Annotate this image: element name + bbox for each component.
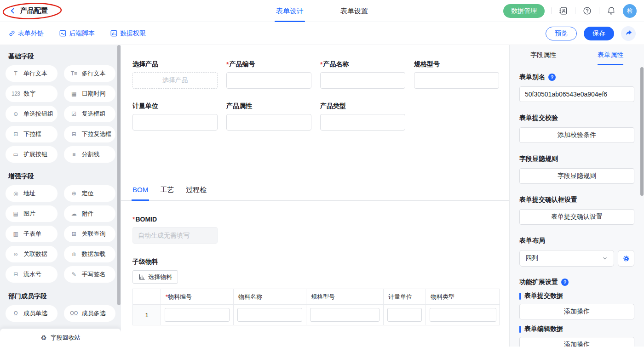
recycle-icon: ♻	[40, 334, 46, 341]
field-type-item[interactable]: ▤ 图片	[6, 205, 58, 222]
user-avatar[interactable]: 检	[623, 4, 637, 18]
field-recycle-bin[interactable]: ♻ 字段回收站	[0, 329, 121, 347]
subform-tab[interactable]: 过程检	[186, 186, 207, 200]
field-type-label: 下拉复选框	[82, 130, 112, 138]
help-badge-icon[interactable]: ?	[561, 279, 569, 286]
data-manage-button[interactable]: 数据管理	[503, 4, 545, 18]
field-type-icon: T≡	[70, 70, 78, 77]
field-type-item[interactable]: ⊡ 下拉框	[6, 126, 58, 142]
field-type-label: 成员多选	[82, 309, 106, 318]
field-label: 选择产品	[132, 60, 158, 68]
select-material-button[interactable]: 选择物料	[132, 270, 178, 284]
field-type-icon: ⊡	[12, 131, 20, 137]
column-header-cell: 计量单位	[383, 289, 426, 305]
field-input[interactable]	[320, 72, 405, 89]
layout-select[interactable]: 四列	[519, 250, 614, 267]
field-input[interactable]	[226, 72, 311, 89]
field-type-item[interactable]: ΩΩ 成员多选	[64, 305, 116, 322]
field-type-item[interactable]: Ω 成员单选	[6, 305, 58, 322]
field-type-item[interactable]: ∞ 关联数据	[6, 246, 58, 262]
notification-bell-icon[interactable]	[606, 6, 616, 16]
subform-tab[interactable]: BOM	[132, 186, 148, 200]
field-input[interactable]	[320, 114, 405, 131]
field-input[interactable]	[414, 72, 499, 89]
add-action-button[interactable]: 添加操作	[519, 337, 634, 347]
field-input[interactable]	[226, 114, 311, 131]
help-badge-icon[interactable]: ?	[548, 74, 556, 81]
form-alias-label: 表单别名 ?	[519, 73, 634, 81]
cell-input[interactable]	[237, 308, 302, 322]
back-button[interactable]: 产品配置	[9, 6, 48, 15]
save-button[interactable]: 保存	[584, 27, 614, 40]
field-type-icon: ⊟	[12, 271, 20, 278]
field-type-item[interactable]: T≡ 多行文本	[64, 65, 116, 82]
panel-tab[interactable]: 字段属性	[510, 45, 577, 65]
form-field[interactable]: 产品类型	[320, 102, 405, 131]
field-library-sidebar: 基础字段 T 单行文本 T≡ 多行文本	[0, 45, 121, 347]
layout-select-value: 四列	[525, 254, 538, 262]
panel-section-button[interactable]: 字段显隐规则	[519, 168, 634, 184]
field-type-item[interactable]: T 单行文本	[6, 65, 58, 82]
header-tab[interactable]: 表单设置	[340, 0, 368, 22]
field-type-item[interactable]: ▦ 日期时间	[64, 85, 116, 102]
form-alias-input[interactable]	[519, 86, 634, 102]
cell-input[interactable]	[165, 308, 230, 322]
column-header-cell: 物料名称	[233, 289, 306, 305]
field-type-label: 图片	[23, 210, 35, 218]
product-picker-box[interactable]: 选择产品	[132, 72, 218, 89]
subform-tab[interactable]: 工艺	[160, 186, 174, 200]
field-type-item[interactable]: ⊕ 定位	[64, 185, 116, 202]
field-type-icon: T	[12, 70, 20, 77]
panel-section-button[interactable]: 表单提交确认设置	[519, 209, 634, 225]
chevron-down-icon	[602, 255, 608, 262]
field-type-item[interactable]: ▥ 子表单	[6, 226, 58, 242]
header-tab[interactable]: 表单设计	[276, 0, 304, 22]
address-book-icon[interactable]	[558, 6, 569, 16]
properties-panel: 字段属性表单属性 表单别名 ? 表单提交校验 添加校验条件 字段显隐规则 字段显…	[509, 45, 644, 347]
panel-scrollbar[interactable]	[640, 67, 644, 196]
preview-button[interactable]: 预览	[546, 27, 577, 40]
field-type-item[interactable]: ☁ 附件	[64, 205, 116, 222]
cell-input[interactable]	[430, 308, 496, 322]
data-permission-button[interactable]: 数据权限	[110, 29, 146, 38]
field-type-item[interactable]: ⊙ 单选按钮组	[6, 106, 58, 122]
field-type-item[interactable]: ✎ 手写签名	[64, 266, 116, 283]
field-type-item[interactable]: 123 数字	[6, 85, 58, 102]
field-type-item[interactable]: ⊟ 下拉复选框	[64, 126, 116, 142]
field-type-item[interactable]: ⊞ 关联查询	[64, 226, 116, 242]
script-icon	[59, 30, 66, 37]
field-input[interactable]	[132, 114, 218, 131]
field-type-icon: ▥	[12, 231, 20, 237]
field-type-item[interactable]: ılı 数据加载	[64, 246, 116, 262]
cell-input[interactable]	[310, 308, 380, 322]
form-field[interactable]: 产品属性	[226, 102, 311, 131]
form-field[interactable]: 计量单位	[132, 102, 218, 131]
backend-script-button[interactable]: 后端脚本	[59, 29, 95, 38]
form-external-link-button[interactable]: 表单外链	[8, 29, 44, 38]
required-star: *	[132, 216, 135, 223]
panel-tab[interactable]: 表单属性	[577, 45, 644, 65]
form-field[interactable]: * 产品编号	[226, 60, 311, 89]
panel-section-label: 表单提交校验	[519, 114, 634, 122]
sidebar-scrollbar[interactable]	[117, 45, 121, 305]
field-type-item[interactable]: ≡ 分割线	[64, 146, 116, 163]
field-type-item[interactable]: ⊟ 流水号	[6, 266, 58, 283]
cell-input[interactable]	[387, 308, 422, 322]
field-type-item[interactable]: ▭ 扩展按钮	[6, 146, 58, 163]
field-type-label: 定位	[82, 189, 94, 198]
field-type-item[interactable]: ◎ 地址	[6, 185, 58, 202]
form-field[interactable]: 规格型号	[414, 60, 499, 89]
panel-section-button[interactable]: 添加校验条件	[519, 127, 634, 143]
add-action-button[interactable]: 添加操作	[519, 304, 634, 319]
layout-settings-button[interactable]	[618, 250, 634, 267]
form-field[interactable]: * 产品名称	[320, 60, 405, 89]
bomid-input[interactable]	[132, 227, 218, 244]
field-label: 规格型号	[414, 60, 440, 68]
field-type-label: 单选按钮组	[23, 110, 53, 118]
field-type-item[interactable]: ☑ 复选框组	[64, 106, 116, 122]
share-button[interactable]	[621, 26, 636, 41]
help-icon[interactable]	[582, 6, 592, 16]
divider	[599, 7, 599, 14]
field-type-label: 地址	[23, 189, 35, 198]
form-field[interactable]: 选择产品 选择产品	[132, 60, 218, 89]
